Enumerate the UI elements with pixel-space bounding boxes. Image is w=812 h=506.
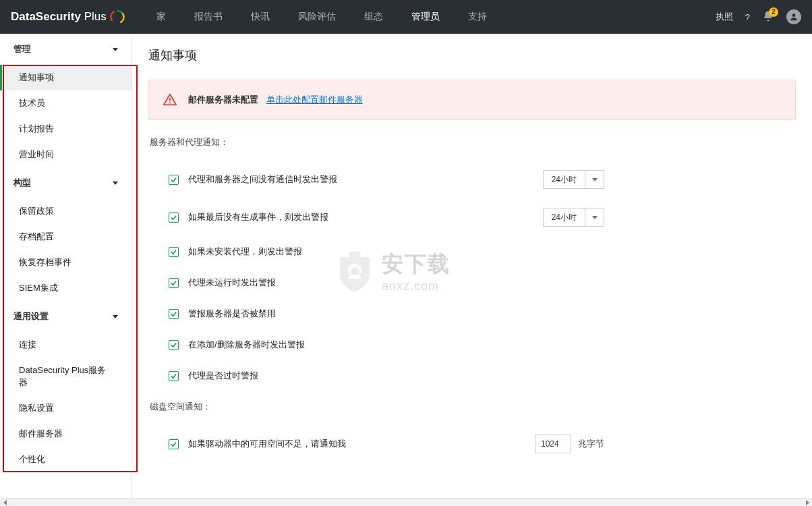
main-content: 通知事项 邮件服务器未配置 单击此处配置邮件服务器 服务器和代理通知： 代理和服…	[132, 34, 812, 498]
horizontal-scrollbar[interactable]	[0, 498, 812, 506]
section-disk-title: 磁盘空间通知：	[150, 401, 796, 413]
sidebar-item-2-1[interactable]: DataSecurity Plus服务器	[0, 358, 132, 395]
checkbox-disk-notify[interactable]	[169, 439, 179, 449]
section-server-agent-title: 服务器和代理通知：	[150, 136, 796, 148]
option-row-3: 代理未运行时发出警报	[148, 267, 796, 298]
nav-item-2[interactable]: 快讯	[247, 1, 274, 32]
time-select-0[interactable]: 24小时	[543, 170, 604, 189]
nav-item-3[interactable]: 风险评估	[294, 1, 340, 32]
sidebar-item-1-2[interactable]: 恢复存档事件	[0, 250, 132, 275]
user-icon	[789, 12, 799, 22]
sidebar-group-1[interactable]: 构型	[0, 167, 132, 198]
scroll-right-button[interactable]	[803, 499, 812, 506]
option-label: 代理未运行时发出警报	[188, 277, 276, 289]
nav-item-6[interactable]: 支持	[464, 1, 491, 32]
alert-config-link[interactable]: 单击此处配置邮件服务器	[266, 94, 363, 105]
sidebar-group-0[interactable]: 管理	[0, 34, 132, 65]
option-label: 代理是否过时警报	[188, 370, 258, 382]
option-row-1: 如果最后没有生成事件，则发出警报24小时	[148, 198, 796, 236]
check-icon	[171, 249, 177, 255]
option-label: 如果最后没有生成事件，则发出警报	[188, 211, 328, 223]
sidebar-item-2-2[interactable]: 隐私设置	[0, 395, 132, 421]
chevron-down-icon	[113, 315, 118, 318]
checkbox-2[interactable]	[169, 247, 179, 257]
alert-banner: 邮件服务器未配置 单击此处配置邮件服务器	[148, 80, 796, 120]
option-row-5: 在添加/删除服务器时发出警报	[148, 329, 796, 360]
sidebar-item-1-3[interactable]: SIEM集成	[0, 275, 132, 301]
option-label: 在添加/删除服务器时发出警报	[188, 339, 305, 351]
sidebar-item-0-2[interactable]: 计划报告	[0, 116, 132, 142]
disk-unit-label: 兆字节	[578, 438, 604, 450]
user-avatar[interactable]	[786, 9, 801, 24]
sidebar-item-2-0[interactable]: 连接	[0, 332, 132, 358]
header-right: 执照 ? 2	[716, 9, 801, 24]
chevron-down-icon	[585, 208, 604, 226]
nav-item-5[interactable]: 管理员	[407, 1, 444, 32]
chevron-down-icon	[585, 171, 604, 188]
sidebar-item-1-0[interactable]: 保留政策	[0, 198, 132, 224]
sidebar-item-2-3[interactable]: 邮件服务器	[0, 421, 132, 447]
disk-threshold-input[interactable]: 1024	[535, 434, 571, 453]
check-icon	[171, 280, 177, 286]
time-select-1[interactable]: 24小时	[543, 208, 604, 227]
notification-badge: 2	[769, 7, 778, 17]
checkbox-5[interactable]	[169, 340, 179, 350]
checkbox-0[interactable]	[169, 175, 179, 185]
check-icon	[171, 373, 177, 379]
logo-swirl-icon	[109, 9, 125, 25]
logo-main: DataSecurity	[11, 10, 81, 23]
option-label: 如果驱动器中的可用空间不足，请通知我	[188, 438, 346, 450]
sidebar-item-0-3[interactable]: 营业时间	[0, 142, 132, 167]
sidebar-item-2-4[interactable]: 个性化	[0, 447, 132, 472]
option-label: 代理和服务器之间没有通信时发出警报	[188, 173, 337, 186]
sidebar: 管理通知事项技术员计划报告营业时间构型保留政策存档配置恢复存档事件SIEM集成通…	[0, 34, 132, 498]
sidebar-item-0-0[interactable]: 通知事项	[0, 65, 132, 90]
chevron-down-icon	[113, 48, 118, 51]
notifications-button[interactable]: 2	[762, 10, 774, 24]
top-header: DataSecurity Plus 家报告书快讯风险评估组态管理员支持 执照 ?…	[0, 0, 812, 34]
logo: DataSecurity Plus	[11, 9, 125, 25]
nav-item-1[interactable]: 报告书	[190, 1, 227, 32]
help-link[interactable]: ?	[745, 12, 750, 22]
option-row-0: 代理和服务器之间没有通信时发出警报24小时	[148, 161, 796, 198]
nav-item-0[interactable]: 家	[152, 1, 170, 32]
page-title: 通知事项	[148, 47, 796, 63]
option-label: 警报服务器是否被禁用	[188, 308, 276, 320]
svg-point-2	[169, 102, 171, 103]
check-icon	[171, 311, 177, 317]
option-label: 如果未安装代理，则发出警报	[188, 246, 302, 258]
sidebar-item-0-1[interactable]: 技术员	[0, 90, 132, 116]
check-icon	[171, 177, 177, 183]
scroll-left-button[interactable]	[0, 499, 9, 506]
alert-message: 邮件服务器未配置	[188, 94, 258, 105]
option-row-6: 代理是否过时警报	[148, 360, 796, 391]
svg-point-0	[792, 13, 796, 17]
sidebar-group-2[interactable]: 通用设置	[0, 301, 132, 332]
check-icon	[171, 342, 177, 348]
license-link[interactable]: 执照	[716, 11, 733, 23]
checkbox-1[interactable]	[169, 213, 179, 223]
option-row-disk: 如果驱动器中的可用空间不足，请通知我 1024 兆字节	[148, 425, 796, 463]
sidebar-item-1-1[interactable]: 存档配置	[0, 224, 132, 250]
warning-icon	[163, 92, 177, 107]
option-row-2: 如果未安装代理，则发出警报	[148, 236, 796, 267]
nav-item-4[interactable]: 组态	[360, 1, 387, 32]
check-icon	[171, 215, 177, 221]
top-nav: 家报告书快讯风险评估组态管理员支持	[152, 1, 716, 32]
logo-sub: Plus	[84, 10, 107, 23]
check-icon	[171, 441, 177, 447]
chevron-down-icon	[113, 181, 118, 185]
option-row-4: 警报服务器是否被禁用	[148, 298, 796, 329]
checkbox-3[interactable]	[169, 278, 179, 288]
checkbox-6[interactable]	[169, 371, 179, 381]
checkbox-4[interactable]	[169, 309, 179, 319]
